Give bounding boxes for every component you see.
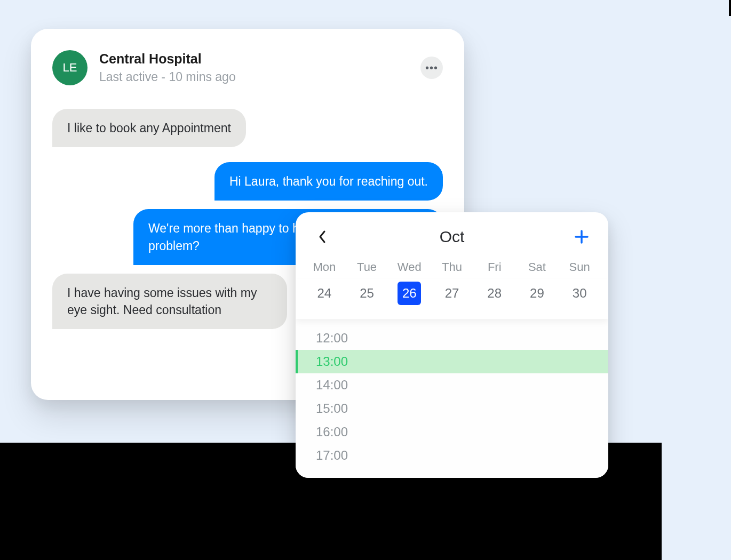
day-name: Fri [473,260,516,274]
calendar-header: Oct [296,212,608,256]
days-header: Mon Tue Wed Thu Fri Sat Sun [296,256,608,279]
chevron-left-icon [318,230,327,244]
day-name: Tue [346,260,388,274]
day-name: Sat [516,260,559,274]
contact-name: Central Hospital [99,51,409,67]
time-slot-selected[interactable]: 13:00 [296,350,608,373]
time-slot[interactable]: 12:00 [296,326,608,350]
message-row: Hi Laura, thank you for reaching out. [52,162,443,209]
date-cell[interactable]: 24 [313,282,336,305]
prev-month-button[interactable] [313,227,332,246]
more-button[interactable]: ••• [420,57,443,79]
chat-header-text: Central Hospital Last active - 10 mins a… [99,51,409,84]
time-slot[interactable]: 15:00 [296,397,608,420]
date-cell[interactable]: 27 [440,282,464,305]
message-incoming: I like to book any Appointment [52,109,246,147]
date-cell[interactable]: 28 [483,282,506,305]
avatar[interactable]: LE [52,50,88,85]
day-name: Mon [303,260,346,274]
date-cell[interactable]: 25 [355,282,379,305]
message-row: I like to book any Appointment [52,109,443,162]
more-icon: ••• [425,62,438,73]
time-slot[interactable]: 14:00 [296,373,608,397]
day-name: Wed [388,260,431,274]
message-outgoing: Hi Laura, thank you for reaching out. [214,162,443,201]
date-cell[interactable]: 30 [568,282,591,305]
calendar-card: Oct Mon Tue Wed Thu Fri Sat Sun 24 25 26… [296,212,608,478]
time-slot[interactable]: 16:00 [296,420,608,444]
dates-row: 24 25 26 27 28 29 30 [296,279,608,319]
time-list: 12:00 13:00 14:00 15:00 16:00 17:00 [296,319,608,478]
add-event-button[interactable] [572,227,591,246]
last-active: Last active - 10 mins ago [99,70,409,84]
time-slot[interactable]: 17:00 [296,444,608,467]
day-name: Sun [558,260,601,274]
message-incoming: I have having some issues with my eye si… [52,274,287,329]
chat-header: LE Central Hospital Last active - 10 min… [52,50,443,85]
date-cell-selected[interactable]: 26 [398,282,421,305]
month-label: Oct [440,228,465,246]
date-cell[interactable]: 29 [525,282,549,305]
page-right-backdrop [662,0,731,560]
plus-icon [574,229,589,244]
day-name: Thu [431,260,473,274]
